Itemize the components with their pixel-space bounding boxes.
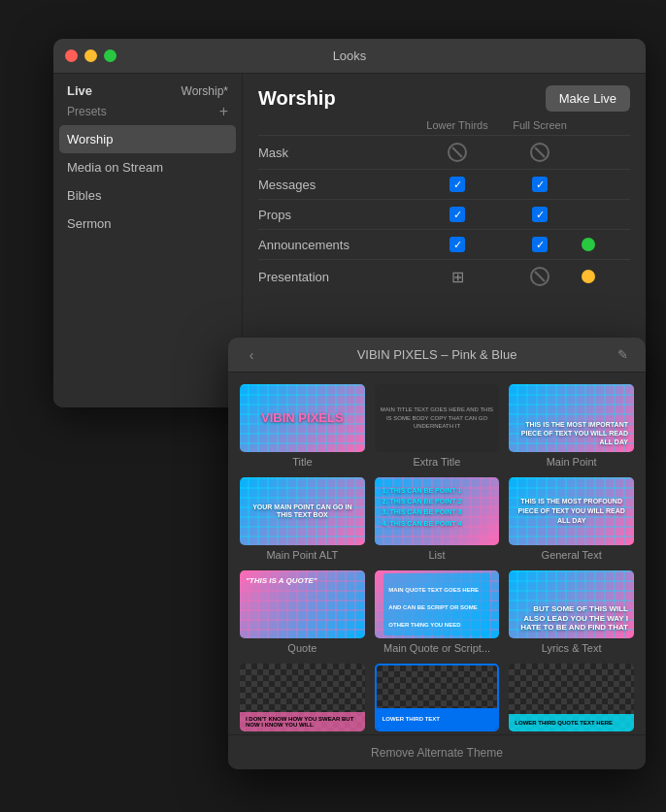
disabled-icon [530,143,549,162]
disabled-icon [448,143,467,162]
table-header: Lower Thirds Full Screen [258,119,630,131]
col-header-lower-thirds: Lower Thirds [414,119,501,131]
title-bar: Looks [53,39,646,74]
green-indicator [582,238,595,251]
col-header-full-screen: Full Screen [501,119,579,131]
row-label-presentation: Presentation [258,270,414,284]
remove-alternate-theme-button[interactable]: Remove Alternate Theme [371,746,503,760]
minimize-button[interactable] [84,49,97,62]
sidebar-item-sermon[interactable]: Sermon [53,210,242,238]
thumbnail-label: General Text [509,549,634,561]
sidebar-presets-row: Presets + [53,100,242,125]
row-label-props: Props [258,208,414,222]
thumbnail-label: Main Point [509,456,634,468]
checkbox-checked[interactable] [450,177,465,192]
overlay-title-bar: ‹ VIBIN PIXELS – Pink & Blue ✎ [228,338,646,373]
list-item[interactable]: 1. THIS CAN BE POINT 12. THIS CAN BE POI… [375,477,500,561]
props-lower-thirds-cell[interactable] [414,207,501,222]
props-full-screen-cell[interactable] [501,207,579,222]
overlay-window-title: VIBIN PIXELS – Pink & Blue [263,347,611,362]
list-item[interactable]: I DON'T KNOW HOW YOU SWEAR BUT NOW I KNO… [240,664,365,734]
make-live-button[interactable]: Make Live [546,85,630,112]
thumbnail-list: 1. THIS CAN BE POINT 12. THIS CAN BE POI… [375,477,500,545]
table: Lower Thirds Full Screen Mask [243,119,646,293]
checkbox-checked[interactable] [450,237,465,252]
list-item[interactable]: MAIN TITLE TEXT GOES HERE AND THIS IS SO… [375,384,500,468]
list-item[interactable]: MAIN QUOTE TEXT GOES HERE AND CAN BE SCR… [375,570,500,654]
content-title: Worship [258,87,336,110]
thumbnail-quote: "THIS IS A QUOTE" [240,570,365,638]
thumbnail-lower-third: LOWER THIRD TEXT [375,664,500,731]
window-title: Looks [333,49,367,63]
thumbnail-main-point: THIS IS THE MOST IMPORTANT PIECE OF TEXT… [509,384,634,452]
sidebar-item-media-on-stream[interactable]: Media on Stream [53,153,242,181]
presentation-icon: ⊞ [451,268,464,286]
sidebar: Live Worship* Presets + Worship Media on… [53,74,243,407]
list-item[interactable]: YOUR MAIN POINT CAN GO IN THIS TEXT BOX … [240,477,365,561]
thumbnail-general-lyrics: I DON'T KNOW HOW YOU SWEAR BUT NOW I KNO… [240,664,365,731]
overlay-footer: Remove Alternate Theme [228,734,646,769]
overlay-window: ‹ VIBIN PIXELS – Pink & Blue ✎ VIBIN PIX… [228,338,646,769]
thumbnail-title: VIBIN PIXELS [240,384,365,452]
table-row: Announcements [258,229,630,259]
thumbnail-main-quote: MAIN QUOTE TEXT GOES HERE AND CAN BE SCR… [375,570,500,638]
checkbox-checked[interactable] [450,207,465,222]
messages-full-screen-cell[interactable] [501,177,579,192]
thumbnail-label: Quote [240,642,365,654]
list-item[interactable]: LOWER THIRD QUOTE TEXT HERE Lower Third … [509,664,634,734]
table-row: Props [258,199,630,229]
thumbnail-label: List [375,549,500,561]
thumbnail-label: Extra Title [375,456,500,468]
thumbnail-label: Main Point ALT [240,549,365,561]
list-item[interactable]: THIS IS THE MOST PROFOUND PIECE OF TEXT … [509,477,634,561]
thumbnail-lower-third-quote: LOWER THIRD QUOTE TEXT HERE [509,664,634,731]
list-item[interactable]: LOWER THIRD TEXT Lower Third Text - Up..… [375,664,500,734]
announcements-lower-thirds-cell[interactable] [414,237,501,252]
traffic-lights [65,49,117,62]
list-item[interactable]: "THIS IS A QUOTE" Quote [240,570,365,654]
thumbnail-grid: VIBIN PIXELS Title MAIN TITLE TEXT GOES … [228,373,646,734]
sidebar-live-value: Worship* [182,84,228,98]
checkbox-checked[interactable] [532,177,548,192]
table-row: Mask [258,135,630,169]
checkbox-checked[interactable] [532,207,548,222]
sidebar-live-label: Live [67,83,92,98]
yellow-indicator [582,270,595,283]
list-item[interactable]: VIBIN PIXELS Title [240,384,365,468]
list-item[interactable]: BUT SOME OF THIS WILL ALSO LEAD YOU THE … [509,570,634,654]
sidebar-item-worship[interactable]: Worship [59,125,236,153]
table-row: Messages [258,169,630,199]
thumbnail-main-point-alt: YOUR MAIN POINT CAN GO IN THIS TEXT BOX [240,477,365,545]
row-label-announcements: Announcements [258,238,414,252]
col-header-label [258,119,414,131]
presets-label: Presets [67,105,107,118]
announcements-full-screen-cell[interactable] [501,237,579,252]
close-button[interactable] [65,49,78,62]
presentation-full-screen-cell [501,267,579,286]
thumbnail-label: Main Quote or Script... [375,642,500,654]
sidebar-item-bibles[interactable]: Bibles [53,181,242,210]
checkbox-checked[interactable] [532,237,548,252]
mask-lower-thirds-cell [414,143,501,162]
row-label-mask: Mask [258,146,414,160]
row-label-messages: Messages [258,178,414,192]
thumbnail-lyrics: BUT SOME OF THIS WILL ALSO LEAD YOU THE … [509,570,634,638]
content-header: Worship Make Live [243,74,646,119]
thumbnail-label: Title [240,456,365,468]
edit-button[interactable]: ✎ [611,343,634,367]
table-row: Presentation ⊞ [258,259,630,293]
add-preset-button[interactable]: + [219,104,228,119]
sidebar-header: Live Worship* [53,78,242,100]
thumbnail-extra-title: MAIN TITLE TEXT GOES HERE AND THIS IS SO… [375,384,500,452]
list-item[interactable]: THIS IS THE MOST IMPORTANT PIECE OF TEXT… [509,384,634,468]
maximize-button[interactable] [104,49,117,62]
presentation-lower-thirds-cell[interactable]: ⊞ [414,268,501,286]
back-button[interactable]: ‹ [240,343,263,367]
mask-full-screen-cell [501,143,579,162]
messages-lower-thirds-cell[interactable] [414,177,501,192]
thumbnail-label: Lyrics & Text [509,642,634,654]
disabled-icon [530,267,549,286]
thumbnail-general-text: THIS IS THE MOST PROFOUND PIECE OF TEXT … [509,477,634,545]
